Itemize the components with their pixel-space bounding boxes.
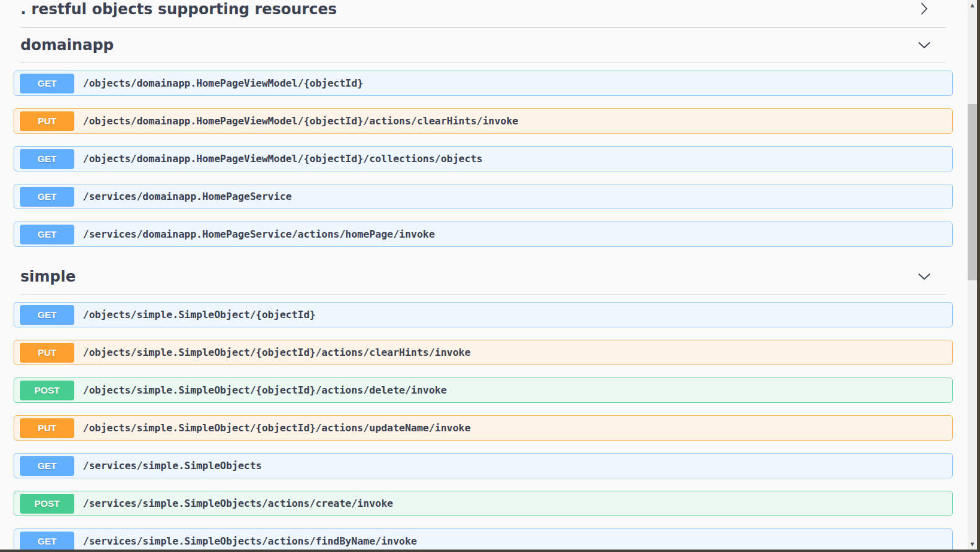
http-method-badge: GET (20, 187, 74, 207)
endpoint-row[interactable]: GET /objects/domainapp.HomePageViewModel… (14, 146, 953, 171)
http-method-badge: GET (20, 74, 74, 93)
endpoint-row[interactable]: POST /objects/simple.SimpleObject/{objec… (14, 377, 953, 403)
endpoint-path: /objects/simple.SimpleObject/{objectId}/… (83, 422, 470, 434)
api-doc-content: . restful objects supporting resources d… (0, 0, 966, 552)
http-method-badge: PUT (20, 418, 74, 438)
endpoint-row[interactable]: PUT /objects/domainapp.HomePageViewModel… (14, 108, 953, 134)
tag-sections: . restful objects supporting resources d… (0, 0, 966, 552)
chevron-down-icon[interactable] (916, 269, 932, 285)
http-method-badge: GET (20, 225, 74, 244)
endpoint-path: /services/domainapp.HomePageService (83, 191, 292, 202)
tag-section-title: simple (20, 267, 76, 286)
endpoint-list: GET /objects/domainapp.HomePageViewModel… (14, 63, 953, 247)
chevron-down-icon[interactable] (916, 37, 932, 53)
tag-section: domainapp GET /objects/domainapp.HomePag… (14, 28, 953, 247)
tag-section-header-simple[interactable]: simple (20, 259, 946, 295)
tag-section-header-restfulobjectssupportingresources[interactable]: . restful objects supporting resources (20, 0, 946, 28)
endpoint-path: /objects/simple.SimpleObject/{objectId}/… (83, 384, 447, 396)
endpoint-row[interactable]: POST /services/simple.SimpleObjects/acti… (14, 491, 953, 516)
scroll-up-icon[interactable]: ▲ (968, 0, 977, 11)
http-method-badge: PUT (20, 343, 74, 363)
endpoint-row[interactable]: GET /services/simple.SimpleObjects/actio… (14, 528, 953, 552)
tag-section-header-domainapp[interactable]: domainapp (20, 28, 946, 63)
http-method-badge: GET (20, 456, 74, 476)
endpoint-row[interactable]: GET /objects/domainapp.HomePageViewModel… (14, 71, 953, 96)
endpoint-path: /services/domainapp.HomePageService/acti… (83, 228, 435, 240)
scroll-down-icon[interactable]: ▼ (968, 539, 977, 550)
http-method-badge: GET (20, 149, 74, 169)
endpoint-row[interactable]: GET /services/domainapp.HomePageService/… (14, 222, 953, 247)
tag-section: . restful objects supporting resources (14, 0, 953, 28)
endpoint-row[interactable]: GET /services/domainapp.HomePageService (14, 184, 953, 209)
window-bottom-border (0, 550, 980, 552)
endpoint-row[interactable]: GET /objects/simple.SimpleObject/{object… (14, 302, 953, 327)
scrollbar-thumb[interactable] (968, 104, 977, 280)
http-method-badge: POST (20, 381, 74, 400)
endpoint-path: /services/simple.SimpleObjects/actions/c… (83, 498, 393, 509)
chevron-right-icon[interactable] (916, 1, 932, 17)
http-method-badge: POST (20, 494, 74, 514)
http-method-badge: GET (20, 532, 74, 551)
endpoint-path: /objects/simple.SimpleObject/{objectId} (83, 309, 316, 321)
endpoint-path: /services/simple.SimpleObjects (83, 460, 262, 472)
endpoint-path: /objects/domainapp.HomePageViewModel/{ob… (83, 77, 363, 89)
tag-section-title: . restful objects supporting resources (20, 0, 337, 19)
endpoint-row[interactable]: GET /services/simple.SimpleObjects (14, 453, 953, 478)
endpoint-path: /objects/domainapp.HomePageViewModel/{ob… (83, 115, 518, 127)
http-method-badge: PUT (20, 111, 74, 131)
endpoint-list: GET /objects/simple.SimpleObject/{object… (14, 295, 953, 552)
tag-section: simple GET /objects/simple.SimpleObject/… (14, 259, 953, 552)
endpoint-path: /objects/simple.SimpleObject/{objectId}/… (83, 347, 470, 358)
http-method-badge: GET (20, 305, 74, 325)
endpoint-path: /objects/domainapp.HomePageViewModel/{ob… (83, 153, 482, 165)
window-right-border (977, 0, 980, 552)
endpoint-row[interactable]: PUT /objects/simple.SimpleObject/{object… (14, 415, 953, 441)
vertical-scrollbar[interactable]: ▲ ▼ (968, 0, 977, 550)
tag-section-title: domainapp (20, 36, 114, 54)
endpoint-row[interactable]: PUT /objects/simple.SimpleObject/{object… (14, 340, 953, 365)
endpoint-path: /services/simple.SimpleObjects/actions/f… (83, 535, 417, 547)
